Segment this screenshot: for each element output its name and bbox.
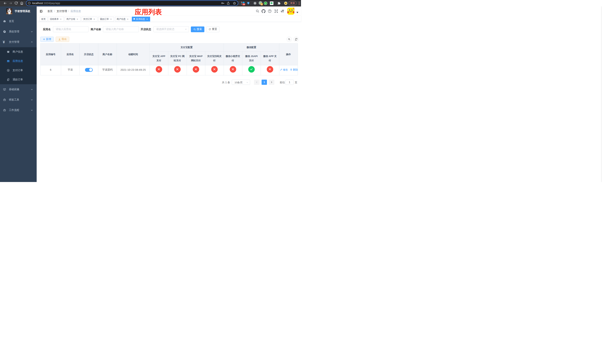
svg-text:1: 1 bbox=[261, 3, 262, 5]
svg-text:y: y bbox=[265, 2, 266, 4]
svg-text:⌘: ⌘ bbox=[254, 2, 256, 4]
svg-text:10: 10 bbox=[243, 3, 245, 5]
